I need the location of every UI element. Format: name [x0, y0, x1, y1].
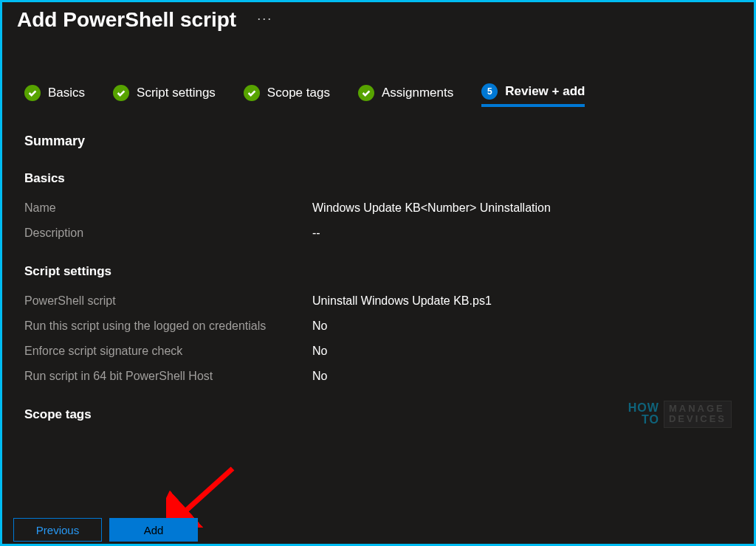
watermark-text: MANAGE: [669, 404, 726, 414]
step-label: Basics: [48, 86, 85, 100]
step-label: Script settings: [137, 86, 216, 100]
previous-button[interactable]: Previous: [13, 518, 102, 542]
watermark-text: TO: [642, 414, 659, 426]
step-label: Review + add: [505, 84, 585, 99]
step-scope-tags[interactable]: Scope tags: [244, 85, 330, 106]
kv-label: PowerShell script: [24, 292, 312, 310]
checkmark-icon: [358, 85, 374, 101]
kv-value: --: [312, 224, 320, 242]
step-label: Assignments: [382, 86, 453, 100]
step-assignments[interactable]: Assignments: [358, 85, 453, 106]
kv-value: Windows Update KB<Number> Uninstallation: [312, 199, 551, 217]
checkmark-icon: [24, 85, 41, 101]
kv-row: Description --: [24, 224, 732, 242]
step-review-add[interactable]: 5 Review + add: [481, 83, 585, 107]
kv-row: PowerShell script Uninstall Windows Upda…: [24, 292, 732, 310]
page-title: Add PowerShell script: [17, 8, 236, 32]
kv-row: Name Windows Update KB<Number> Uninstall…: [24, 199, 732, 217]
kv-row: Run this script using the logged on cred…: [24, 317, 732, 335]
page-header: Add PowerShell script ···: [2, 2, 754, 32]
footer-actions: Previous Add: [4, 518, 752, 544]
content-area: Basics Script settings Scope tags Assign…: [2, 32, 754, 422]
summary-heading: Summary: [24, 134, 732, 149]
kv-value: Uninstall Windows Update KB.ps1: [312, 292, 492, 310]
kv-row: Enforce script signature check No: [24, 342, 732, 360]
kv-label: Run this script using the logged on cred…: [24, 317, 312, 335]
add-button[interactable]: Add: [109, 518, 198, 542]
kv-row: Run script in 64 bit PowerShell Host No: [24, 367, 732, 385]
kv-label: Description: [24, 224, 312, 242]
basics-heading: Basics: [24, 171, 732, 186]
step-script-settings[interactable]: Script settings: [113, 85, 216, 106]
kv-value: No: [312, 317, 327, 335]
wizard-steps: Basics Script settings Scope tags Assign…: [24, 83, 732, 107]
svg-line-1: [179, 469, 233, 516]
kv-label: Enforce script signature check: [24, 342, 312, 360]
watermark-text: HOW: [628, 402, 659, 414]
step-number-icon: 5: [481, 83, 498, 100]
kv-label: Run script in 64 bit PowerShell Host: [24, 367, 312, 385]
step-basics[interactable]: Basics: [24, 85, 85, 106]
checkmark-icon: [113, 85, 129, 101]
checkmark-icon: [244, 85, 260, 101]
kv-value: No: [312, 367, 327, 385]
script-settings-heading: Script settings: [24, 264, 732, 279]
watermark-text: DEVICES: [669, 414, 726, 424]
watermark-logo: HOW TO MANAGE DEVICES: [628, 401, 732, 428]
more-actions-icon[interactable]: ···: [257, 11, 272, 27]
kv-label: Name: [24, 199, 312, 217]
kv-value: No: [312, 342, 327, 360]
step-label: Scope tags: [267, 86, 330, 100]
scope-tags-heading: Scope tags: [24, 407, 732, 422]
